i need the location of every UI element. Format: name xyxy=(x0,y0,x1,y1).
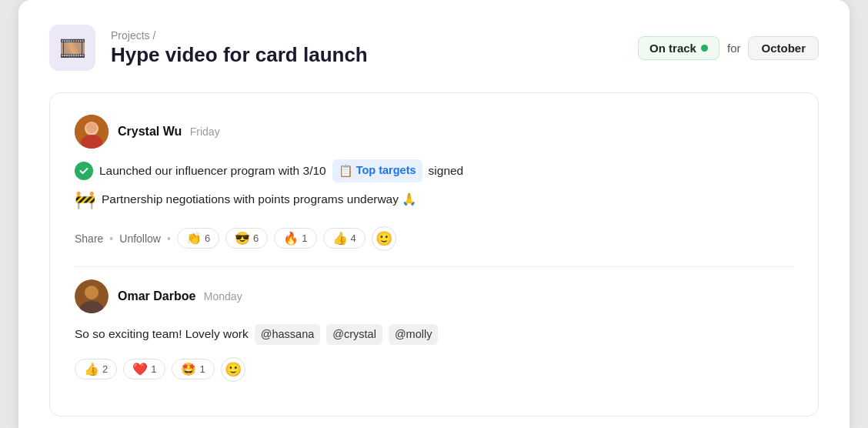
thumbsup-2-count: 2 xyxy=(102,363,108,375)
breadcrumb: Projects / xyxy=(111,29,368,42)
page-title: Hype video for card launch xyxy=(111,43,368,67)
construction-icon: 🚧 xyxy=(75,186,95,214)
post-2-header: Omar Darboe Monday xyxy=(75,279,793,313)
avatar-crystal xyxy=(75,115,108,149)
post-1-author: Crystal Wu xyxy=(118,125,182,138)
post-1-header: Crystal Wu Friday xyxy=(75,115,793,149)
post-divider xyxy=(75,266,793,267)
post-2-author-block: Omar Darboe Monday xyxy=(118,289,242,303)
reaction-btn-heart[interactable]: ❤️ 1 xyxy=(123,359,165,380)
dot-sep-1: • xyxy=(109,232,113,245)
star-eyes-count: 1 xyxy=(199,363,205,375)
post-1-date: Friday xyxy=(190,125,220,138)
post-1-author-block: Crystal Wu Friday xyxy=(118,125,220,139)
post-1-text-after: signed xyxy=(429,161,464,181)
add-reaction-button[interactable]: 🙂 xyxy=(372,226,396,251)
avatar-omar xyxy=(75,279,108,313)
reaction-btn-thumbsup-2[interactable]: 👍 2 xyxy=(75,359,117,380)
for-text: for xyxy=(727,42,741,55)
mention-crystal[interactable]: @crystal xyxy=(326,324,382,345)
on-track-badge[interactable]: On track xyxy=(638,36,719,60)
project-icon: 🎞️ xyxy=(49,25,95,71)
post-1: Crystal Wu Friday Launched our influence… xyxy=(75,115,793,251)
svg-point-3 xyxy=(86,122,97,133)
main-card: 🎞️ Projects / Hype video for card launch… xyxy=(18,0,850,428)
header-text: Projects / Hype video for card launch xyxy=(111,29,368,67)
clap-count: 6 xyxy=(205,232,210,244)
cool-emoji: 😎 xyxy=(235,231,250,246)
on-track-label: On track xyxy=(649,42,696,55)
header-right: On track for October xyxy=(638,36,819,60)
post-1-body: Launched our influencer program with 3/1… xyxy=(75,159,793,214)
reaction-btn-thumbsup[interactable]: 👍 4 xyxy=(323,228,366,249)
post-2-author: Omar Darboe xyxy=(118,289,195,303)
fire-count: 1 xyxy=(302,232,307,244)
post-1-line2: 🚧 Partnership negotiations with points p… xyxy=(75,186,793,214)
month-badge[interactable]: October xyxy=(748,36,819,60)
doc-icon: 📋 xyxy=(339,161,353,181)
post-1-line1: Launched our influencer program with 3/1… xyxy=(75,159,793,182)
post-2-text: So so exciting team! Lovely work xyxy=(75,324,249,344)
mention-molly[interactable]: @molly xyxy=(389,324,439,345)
smiley-icon-2: 🙂 xyxy=(225,361,242,378)
cool-count: 6 xyxy=(253,232,259,244)
share-button[interactable]: Share xyxy=(75,232,103,245)
post-2-line1: So so exciting team! Lovely work @hassan… xyxy=(75,324,793,345)
fire-emoji: 🔥 xyxy=(283,231,299,246)
reaction-btn-star-eyes[interactable]: 🤩 1 xyxy=(172,359,214,380)
reaction-btn-cool[interactable]: 😎 6 xyxy=(225,228,268,249)
star-eyes-emoji: 🤩 xyxy=(181,362,196,376)
reaction-btn-fire[interactable]: 🔥 1 xyxy=(274,228,316,249)
post-2-body: So so exciting team! Lovely work @hassan… xyxy=(75,324,793,345)
top-targets-label: Top targets xyxy=(356,161,416,180)
thumbsup-count: 4 xyxy=(351,232,356,244)
heart-emoji: ❤️ xyxy=(132,362,148,376)
page-header: 🎞️ Projects / Hype video for card launch… xyxy=(49,25,819,71)
clap-emoji: 👏 xyxy=(186,231,202,246)
post-2: Omar Darboe Monday So so exciting team! … xyxy=(75,279,793,382)
post-2-reactions-row: 👍 2 ❤️ 1 🤩 1 🙂 xyxy=(75,357,793,382)
post-1-text-before: Launched our influencer program with 3/1… xyxy=(99,161,326,181)
dot-sep-2: • xyxy=(167,232,171,245)
post-2-date: Monday xyxy=(204,290,242,303)
status-dot xyxy=(701,45,708,52)
post-1-reactions-row: Share • Unfollow • 👏 6 😎 6 🔥 1 👍 xyxy=(75,226,793,251)
content-card: Crystal Wu Friday Launched our influence… xyxy=(49,92,819,416)
mention-hassana[interactable]: @hassana xyxy=(255,324,321,345)
header-left: 🎞️ Projects / Hype video for card launch xyxy=(49,25,368,71)
thumbsup-emoji: 👍 xyxy=(332,231,348,246)
check-icon xyxy=(75,162,93,180)
add-reaction-button-2[interactable]: 🙂 xyxy=(221,357,245,382)
unfollow-button[interactable]: Unfollow xyxy=(119,232,161,245)
top-targets-link[interactable]: 📋 Top targets xyxy=(332,159,422,182)
thumbsup-2-emoji: 👍 xyxy=(84,362,99,376)
reaction-btn-clap[interactable]: 👏 6 xyxy=(177,228,219,249)
post-1-line2-text: Partnership negotiations with points pro… xyxy=(102,189,416,209)
svg-point-5 xyxy=(85,286,98,299)
heart-count: 1 xyxy=(151,363,156,375)
smiley-icon: 🙂 xyxy=(376,230,392,247)
